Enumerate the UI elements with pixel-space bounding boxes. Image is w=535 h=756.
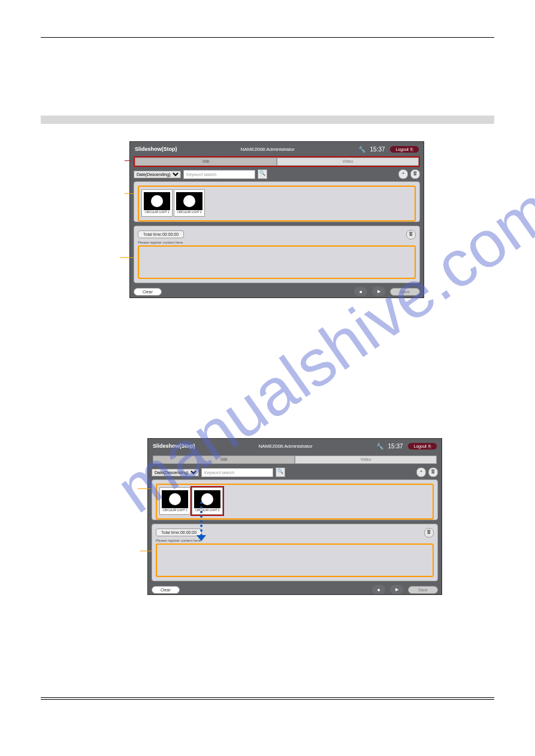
tab-video[interactable]: Video xyxy=(295,456,437,464)
logout-icon: ⎘ xyxy=(428,444,431,448)
content-tabs: Still Video xyxy=(134,156,420,167)
slideshow-dropzone[interactable] xyxy=(156,544,434,577)
thumbnail-2[interactable]: CIRCULAR LIGHT 2 xyxy=(174,189,205,217)
save-button[interactable]: Save xyxy=(390,288,420,296)
slideshow-panel: 🗑 Total time:00:00:00 Please register co… xyxy=(134,226,420,283)
tab-still[interactable]: Still xyxy=(135,157,277,166)
play-button[interactable]: ▶ xyxy=(372,287,385,296)
app-screenshot-2: Slideshow(Stop) NAME2008:Administrator 🔧… xyxy=(147,438,442,595)
content-list: CIRCULAR LIGHT 1 CIRCULAR LIGHT 2 xyxy=(138,186,416,221)
total-time: Total time:00:00:00 xyxy=(138,230,184,238)
slideshow-panel: 🗑 Total time:00:00:00 Please register co… xyxy=(152,524,438,581)
app-title: Slideshow(Stop) xyxy=(153,443,195,449)
toolbar: Date(Descending) Keyword search 🔍 + 🗑 xyxy=(134,169,420,179)
app-screenshot-1: Slideshow(Stop) NAME2008:Administrator 🔧… xyxy=(129,141,424,298)
callout-slideshow-2 xyxy=(140,551,152,552)
content-list: CIRCULAR LIGHT 1 CIRCULAR LIGHT 2 xyxy=(156,484,434,520)
stop-button[interactable]: ■ xyxy=(354,287,367,296)
add-button[interactable]: + xyxy=(416,467,426,477)
stop-button[interactable]: ■ xyxy=(372,585,385,594)
save-button[interactable]: Save xyxy=(408,586,438,594)
sort-select[interactable]: Date(Descending) xyxy=(152,469,199,476)
total-time: Total time:00:00:00 xyxy=(156,529,202,536)
slideshow-delete-icon[interactable]: 🗑 xyxy=(424,528,434,538)
user-label: NAME2008:Administrator xyxy=(258,444,312,449)
bottom-controls: Clear ■ ▶ Save xyxy=(152,585,438,594)
logout-icon: ⎘ xyxy=(410,147,413,151)
delete-button[interactable]: 🗑 xyxy=(428,467,438,477)
callout-content-2 xyxy=(138,488,152,490)
register-hint: Please register content here. xyxy=(138,241,416,244)
thumbnail-1[interactable]: CIRCULAR LIGHT 1 xyxy=(159,487,191,515)
content-panel: CIRCULAR LIGHT 1 CIRCULAR LIGHT 2 xyxy=(152,479,438,520)
logout-button[interactable]: Logout⎘ xyxy=(408,443,437,450)
search-input[interactable]: Keyword search xyxy=(201,468,273,477)
tab-still[interactable]: Still xyxy=(153,456,295,464)
app-header: Slideshow(Stop) NAME2008:Administrator 🔧… xyxy=(148,439,442,453)
logout-button[interactable]: Logout⎘ xyxy=(390,146,419,153)
callout-content xyxy=(125,193,134,195)
clock-time: 15:37 xyxy=(388,443,403,450)
delete-button[interactable]: 🗑 xyxy=(410,169,420,179)
callout-tabs xyxy=(125,160,131,162)
search-icon[interactable]: 🔍 xyxy=(258,169,267,179)
content-tabs: Still Video xyxy=(152,454,438,465)
drag-arrow-icon xyxy=(200,502,211,536)
search-icon[interactable]: 🔍 xyxy=(276,467,285,477)
user-label: NAME2008:Administrator xyxy=(240,147,294,152)
play-button[interactable]: ▶ xyxy=(390,585,403,594)
clock-time: 15:37 xyxy=(370,146,385,153)
bottom-controls: Clear ■ ▶ Save xyxy=(134,287,420,296)
clear-button[interactable]: Clear xyxy=(134,288,162,296)
tab-video[interactable]: Video xyxy=(277,157,419,166)
app-header: Slideshow(Stop) NAME2008:Administrator 🔧… xyxy=(130,142,424,156)
app-title: Slideshow(Stop) xyxy=(135,146,177,152)
slideshow-dropzone[interactable] xyxy=(138,245,416,279)
sort-select[interactable]: Date(Descending) xyxy=(134,171,181,178)
search-input[interactable]: Keyword search xyxy=(183,170,255,179)
callout-slideshow xyxy=(120,257,134,259)
toolbar: Date(Descending) Keyword search 🔍 + 🗑 xyxy=(152,467,438,477)
wrench-icon[interactable]: 🔧 xyxy=(358,146,365,153)
add-button[interactable]: + xyxy=(398,169,408,179)
slideshow-delete-icon[interactable]: 🗑 xyxy=(406,230,416,239)
clear-button[interactable]: Clear xyxy=(152,586,180,594)
content-panel: CIRCULAR LIGHT 1 CIRCULAR LIGHT 2 xyxy=(134,181,420,222)
wrench-icon[interactable]: 🔧 xyxy=(376,443,383,450)
thumbnail-1[interactable]: CIRCULAR LIGHT 1 xyxy=(141,189,173,217)
